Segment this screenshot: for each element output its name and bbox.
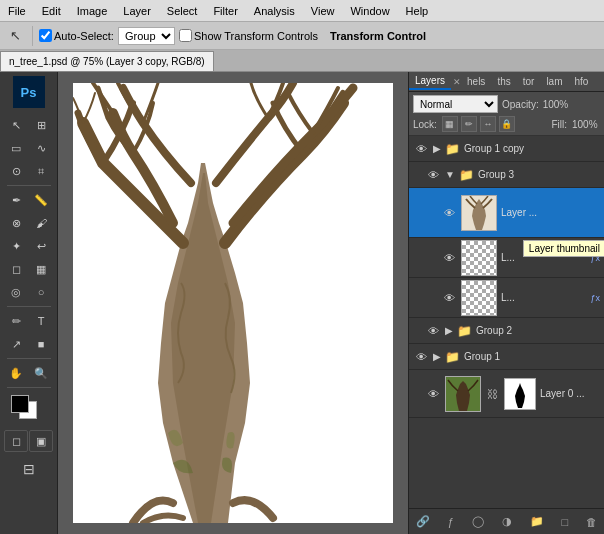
menu-file[interactable]: File <box>0 3 34 19</box>
toolbar-sep-1 <box>32 26 33 46</box>
panel-tabs: Layers ✕ hels ths tor lam hfo <box>409 72 604 92</box>
pen-tool[interactable]: ✏ <box>4 310 28 332</box>
quick-mask-on[interactable]: ▣ <box>29 430 53 452</box>
tab-lam[interactable]: lam <box>540 74 568 89</box>
menu-layer[interactable]: Layer <box>115 3 159 19</box>
menubar: File Edit Image Layer Select Filter Anal… <box>0 0 604 22</box>
menu-edit[interactable]: Edit <box>34 3 69 19</box>
add-style-btn[interactable]: ƒ <box>445 516 457 528</box>
layer-l2-row[interactable]: 👁 L... ƒx <box>409 278 604 318</box>
quick-select-tool[interactable]: ⊙ <box>4 160 28 182</box>
layer-3-copy-thumb <box>461 195 497 231</box>
menu-view[interactable]: View <box>303 3 343 19</box>
tab-tor[interactable]: tor <box>517 74 541 89</box>
layer-3-copy-eye[interactable]: 👁 <box>441 207 457 219</box>
group-3-row[interactable]: 👁 ▼ 📁 Group 3 <box>409 162 604 188</box>
group-3-triangle[interactable]: ▼ <box>445 169 455 180</box>
menu-select[interactable]: Select <box>159 3 206 19</box>
ruler-tool[interactable]: 📏 <box>29 189 53 211</box>
foreground-color-swatch[interactable] <box>11 395 29 413</box>
artboard-tool[interactable]: ⊞ <box>29 114 53 136</box>
layer-l1-row[interactable]: 👁 L... ƒx <box>409 238 604 278</box>
hand-tool[interactable]: ✋ <box>4 362 28 384</box>
group-1-copy-name: Group 1 copy <box>464 143 600 154</box>
tool-row-2: ▭ ∿ <box>4 137 53 159</box>
eraser-tool[interactable]: ◻ <box>4 258 28 280</box>
quick-mask-off[interactable]: ◻ <box>4 430 28 452</box>
lasso-tool[interactable]: ∿ <box>29 137 53 159</box>
tab-close[interactable]: ✕ <box>453 77 461 87</box>
layer-0-thumb <box>445 376 481 412</box>
tab-hfo[interactable]: hfo <box>569 74 595 89</box>
group-2-row[interactable]: 👁 ▶ 📁 Group 2 <box>409 318 604 344</box>
lock-image-btn[interactable]: ✏ <box>461 116 477 132</box>
clone-stamp-tool[interactable]: ✦ <box>4 235 28 257</box>
move-tool[interactable]: ↖ <box>4 114 28 136</box>
move-tool-icon[interactable]: ↖ <box>4 25 26 47</box>
group-3-eye[interactable]: 👁 <box>425 169 441 181</box>
text-tool[interactable]: T <box>29 310 53 332</box>
group-2-name: Group 2 <box>476 325 600 336</box>
add-mask-btn[interactable]: ◯ <box>469 515 487 528</box>
new-layer-btn[interactable]: □ <box>558 516 571 528</box>
group-1-copy-row[interactable]: 👁 ▶ 📁 Group 1 copy <box>409 136 604 162</box>
rectangular-marquee-tool[interactable]: ▭ <box>4 137 28 159</box>
group-1-name: Group 1 <box>464 351 600 362</box>
layer-0-eye[interactable]: 👁 <box>425 388 441 400</box>
screen-mode-btn[interactable]: ⊟ <box>4 458 54 480</box>
crop-tool[interactable]: ⌗ <box>29 160 53 182</box>
tab-layers[interactable]: Layers <box>409 73 451 90</box>
group-1-row[interactable]: 👁 ▶ 📁 Group 1 <box>409 344 604 370</box>
layer-0-mask-svg <box>506 380 534 408</box>
delete-layer-btn[interactable]: 🗑 <box>583 516 600 528</box>
tool-row-10: ↗ ■ <box>4 333 53 355</box>
dodge-tool[interactable]: ○ <box>29 281 53 303</box>
tab-hels[interactable]: hels <box>461 74 491 89</box>
auto-select-dropdown[interactable]: Group <box>118 27 175 45</box>
tree-svg <box>73 83 393 523</box>
group-2-folder-icon: 📁 <box>457 324 472 338</box>
new-group-btn[interactable]: 📁 <box>527 515 547 528</box>
shape-tool[interactable]: ■ <box>29 333 53 355</box>
tools-panel: Ps ↖ ⊞ ▭ ∿ ⊙ ⌗ ✒ 📏 ⊗ 🖌 ✦ ↩ ◻ ▦ <box>0 72 58 534</box>
group-2-eye[interactable]: 👁 <box>425 325 441 337</box>
link-layers-btn[interactable]: 🔗 <box>413 515 433 528</box>
group-1-triangle[interactable]: ▶ <box>433 351 441 362</box>
main-area: Ps ↖ ⊞ ▭ ∿ ⊙ ⌗ ✒ 📏 ⊗ 🖌 ✦ ↩ ◻ ▦ <box>0 72 604 534</box>
zoom-tool[interactable]: 🔍 <box>29 362 53 384</box>
menu-image[interactable]: Image <box>69 3 116 19</box>
heal-brush-tool[interactable]: ⊗ <box>4 212 28 234</box>
blur-tool[interactable]: ◎ <box>4 281 28 303</box>
show-transform-checkbox[interactable] <box>179 29 192 42</box>
new-adjustment-btn[interactable]: ◑ <box>499 515 515 528</box>
group-1-eye[interactable]: 👁 <box>413 351 429 363</box>
menu-analysis[interactable]: Analysis <box>246 3 303 19</box>
menu-window[interactable]: Window <box>342 3 397 19</box>
layer-l1-name: L... <box>501 252 586 263</box>
menu-help[interactable]: Help <box>398 3 437 19</box>
menu-filter[interactable]: Filter <box>205 3 245 19</box>
group-1-copy-triangle[interactable]: ▶ <box>433 143 441 154</box>
layer-list: 👁 ▶ 📁 Group 1 copy 👁 ▼ 📁 Group 3 👁 <box>409 136 604 508</box>
lock-position-btn[interactable]: ↔ <box>480 116 496 132</box>
auto-select-checkbox[interactable] <box>39 29 52 42</box>
doc-tab-active[interactable]: n_tree_1.psd @ 75% (Layer 3 copy, RGB/8) <box>0 51 214 71</box>
layer-l1-eye[interactable]: 👁 <box>441 252 457 264</box>
group-2-triangle[interactable]: ▶ <box>445 325 453 336</box>
lock-transparent-btn[interactable]: ▦ <box>442 116 458 132</box>
transform-control-label: Transform Control <box>330 30 426 42</box>
layer-0-row[interactable]: 👁 ⛓ Layer 0 ... <box>409 370 604 418</box>
group-1-copy-eye[interactable]: 👁 <box>413 143 429 155</box>
layer-l2-eye[interactable]: 👁 <box>441 292 457 304</box>
eyedropper-tool[interactable]: ✒ <box>4 189 28 211</box>
brush-tool[interactable]: 🖌 <box>29 212 53 234</box>
layer-3-copy-row[interactable]: 👁 Layer ... Layer thumbnail <box>409 188 604 238</box>
lock-all-btn[interactable]: 🔒 <box>499 116 515 132</box>
history-brush-tool[interactable]: ↩ <box>29 235 53 257</box>
tab-ths[interactable]: ths <box>491 74 516 89</box>
path-select-tool[interactable]: ↗ <box>4 333 28 355</box>
blend-mode-select[interactable]: Normal <box>413 95 498 113</box>
layer-3-copy-name: Layer ... <box>501 207 600 218</box>
layer-0-name: Layer 0 ... <box>540 388 600 399</box>
gradient-tool[interactable]: ▦ <box>29 258 53 280</box>
